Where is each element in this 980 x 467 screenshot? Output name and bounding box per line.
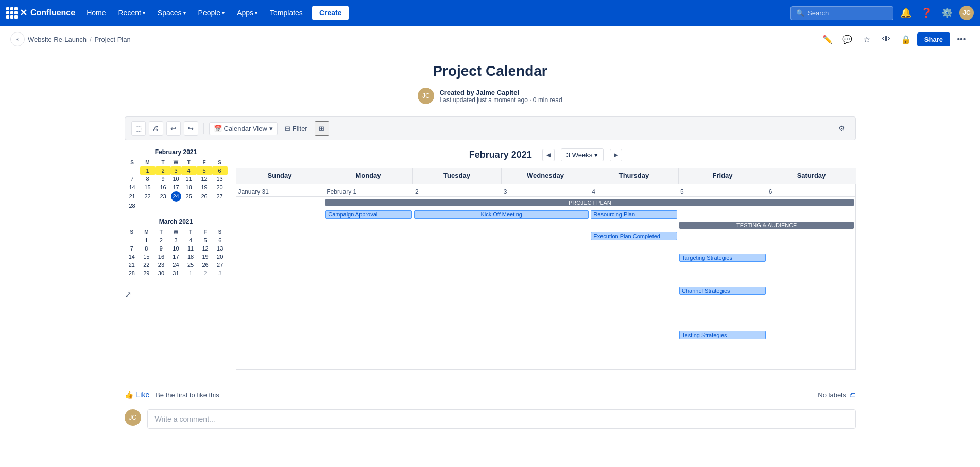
breadcrumb-parent[interactable]: Website Re-Launch bbox=[28, 36, 87, 43]
avatar[interactable]: JC bbox=[959, 6, 974, 20]
event-targeting-strategies-1[interactable]: Targeting Strategies bbox=[679, 254, 766, 263]
toolbar-redo-btn[interactable]: ↪ bbox=[184, 121, 198, 136]
mini-day[interactable]: 14 bbox=[125, 253, 140, 261]
mini-day[interactable]: 13 bbox=[213, 244, 228, 253]
mini-day[interactable]: 10 bbox=[171, 175, 181, 183]
mini-day[interactable]: 12 bbox=[197, 175, 212, 183]
mini-day[interactable]: 3 bbox=[213, 269, 228, 277]
app-switcher-icon[interactable] bbox=[6, 7, 18, 19]
mini-day[interactable]: 20 bbox=[213, 253, 228, 261]
share-button[interactable]: Share bbox=[917, 32, 950, 46]
mini-day[interactable]: 23 bbox=[156, 191, 171, 202]
mini-day[interactable]: 13 bbox=[212, 175, 228, 183]
mini-day[interactable]: 2 bbox=[156, 166, 171, 175]
mini-day[interactable]: 30 bbox=[154, 269, 169, 277]
toolbar-copy-btn[interactable]: ⬚ bbox=[131, 121, 146, 136]
mini-day[interactable]: 24 bbox=[168, 261, 183, 269]
mini-day[interactable]: 7 bbox=[125, 244, 140, 253]
mini-day[interactable]: 21 bbox=[125, 191, 140, 202]
event-kickoff-meeting[interactable]: Kick Off Meeting bbox=[414, 210, 589, 220]
mini-day[interactable]: 14 bbox=[125, 183, 140, 191]
event-testing-strategies-1[interactable]: Testing Strategies bbox=[679, 331, 766, 340]
mini-day[interactable]: 3 bbox=[171, 166, 181, 175]
mini-day[interactable] bbox=[125, 166, 140, 175]
nav-back-button[interactable]: ‹ bbox=[10, 32, 25, 46]
mini-day[interactable]: 5 bbox=[198, 236, 213, 244]
event-execution-plan[interactable]: Execution Plan Completed bbox=[591, 232, 677, 241]
mini-day[interactable]: 15 bbox=[140, 183, 156, 191]
mini-day[interactable]: 25 bbox=[181, 191, 197, 202]
mini-day[interactable]: 9 bbox=[156, 175, 171, 183]
mini-day[interactable]: 1 bbox=[183, 269, 198, 277]
mini-day[interactable]: 15 bbox=[139, 253, 154, 261]
mini-day[interactable]: 12 bbox=[198, 244, 213, 253]
restrict-icon[interactable]: 🔒 bbox=[898, 31, 914, 47]
mini-day[interactable]: 27 bbox=[212, 191, 228, 202]
nav-apps[interactable]: Apps ▾ bbox=[232, 6, 263, 20]
mini-day[interactable]: 22 bbox=[140, 191, 156, 202]
mini-day[interactable]: 28 bbox=[125, 269, 140, 277]
like-button[interactable]: 👍 Like bbox=[125, 391, 150, 399]
mini-day[interactable]: 6 bbox=[212, 166, 228, 175]
mini-day[interactable]: 9 bbox=[154, 244, 169, 253]
mini-day[interactable]: 18 bbox=[183, 253, 198, 261]
event-channel-strategies-1[interactable]: Channel Strategies bbox=[679, 287, 766, 296]
expand-icon[interactable]: ⤢ bbox=[125, 290, 131, 299]
mini-day[interactable]: 21 bbox=[125, 261, 140, 269]
mini-day[interactable]: 19 bbox=[197, 183, 212, 191]
mini-day[interactable]: 19 bbox=[198, 253, 213, 261]
search-box[interactable]: 🔍 Search bbox=[790, 6, 893, 20]
nav-people[interactable]: People ▾ bbox=[193, 6, 230, 20]
mini-day[interactable]: 28 bbox=[125, 202, 140, 210]
notifications-icon[interactable]: 🔔 bbox=[898, 5, 914, 21]
settings-icon[interactable]: ⚙️ bbox=[939, 5, 955, 21]
create-button[interactable]: Create bbox=[312, 6, 349, 20]
mini-day[interactable]: 31 bbox=[168, 269, 183, 277]
mini-day[interactable]: 18 bbox=[181, 183, 197, 191]
toolbar-print-btn[interactable]: 🖨 bbox=[149, 121, 163, 136]
mini-day[interactable]: 26 bbox=[198, 261, 213, 269]
mini-day[interactable] bbox=[125, 236, 140, 244]
mini-day[interactable]: 11 bbox=[181, 175, 197, 183]
mini-day-today[interactable]: 24 bbox=[171, 191, 181, 202]
mini-day[interactable]: 26 bbox=[197, 191, 212, 202]
mini-day[interactable]: 4 bbox=[183, 236, 198, 244]
comment-icon[interactable]: 💬 bbox=[839, 31, 855, 47]
nav-home[interactable]: Home bbox=[81, 6, 111, 20]
mini-day[interactable]: 4 bbox=[181, 166, 197, 175]
toolbar-grid-btn[interactable]: ⊞ bbox=[315, 121, 329, 136]
mini-day[interactable]: 3 bbox=[168, 236, 183, 244]
edit-icon[interactable]: ✏️ bbox=[819, 31, 836, 47]
star-icon[interactable]: ☆ bbox=[858, 31, 875, 47]
mini-day[interactable]: 23 bbox=[154, 261, 169, 269]
mini-day[interactable]: 7 bbox=[125, 175, 140, 183]
event-testing-audience-1[interactable]: TESTING & AUDIENCE bbox=[679, 222, 854, 231]
mini-day[interactable]: 20 bbox=[212, 183, 228, 191]
mini-day[interactable]: 11 bbox=[183, 244, 198, 253]
mini-day[interactable]: 16 bbox=[154, 253, 169, 261]
mini-day[interactable]: 29 bbox=[139, 269, 154, 277]
calendar-period-btn[interactable]: 3 Weeks ▾ bbox=[561, 148, 604, 161]
toolbar-settings-btn[interactable]: ⚙ bbox=[835, 121, 849, 136]
event-campaign-approval[interactable]: Campaign Approval bbox=[325, 210, 412, 220]
mini-day[interactable]: 25 bbox=[183, 261, 198, 269]
filter-btn[interactable]: ⊟ Filter bbox=[281, 123, 312, 135]
mini-day[interactable]: 1 bbox=[139, 236, 154, 244]
mini-day[interactable]: 10 bbox=[168, 244, 183, 253]
mini-day[interactable]: 2 bbox=[154, 236, 169, 244]
mini-day[interactable]: 17 bbox=[171, 183, 181, 191]
nav-recent[interactable]: Recent ▾ bbox=[113, 6, 150, 20]
mini-day[interactable]: 6 bbox=[213, 236, 228, 244]
help-icon[interactable]: ❓ bbox=[918, 5, 935, 21]
mini-day[interactable]: 5 bbox=[197, 166, 212, 175]
mini-day[interactable]: 8 bbox=[140, 175, 156, 183]
calendar-next-btn[interactable]: ▶ bbox=[610, 149, 622, 161]
confluence-logo[interactable]: ✕ Confluence bbox=[20, 7, 75, 19]
more-actions-icon[interactable]: ••• bbox=[953, 31, 970, 47]
nav-spaces[interactable]: Spaces ▾ bbox=[152, 6, 191, 20]
mini-day[interactable]: 17 bbox=[168, 253, 183, 261]
watch-icon[interactable]: 👁 bbox=[878, 31, 895, 47]
comment-input[interactable]: Write a comment... bbox=[147, 409, 856, 429]
mini-day[interactable]: 2 bbox=[198, 269, 213, 277]
toolbar-undo-btn[interactable]: ↩ bbox=[166, 121, 181, 136]
